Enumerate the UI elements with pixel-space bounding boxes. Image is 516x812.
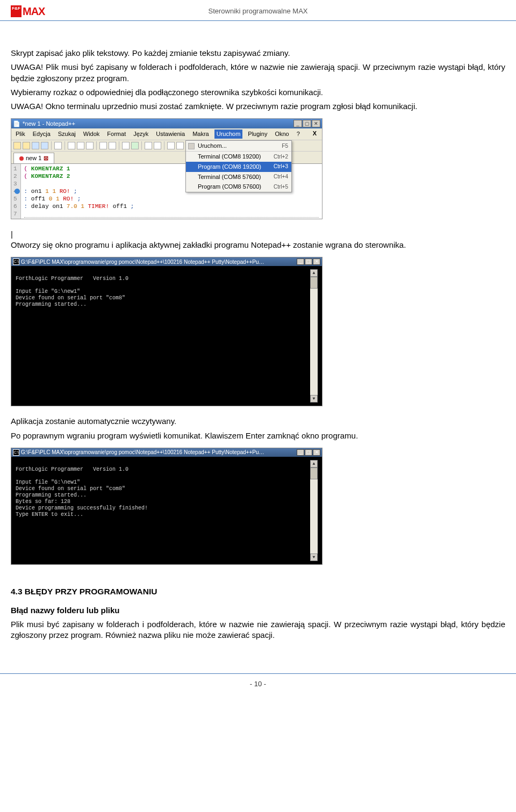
scroll-thumb[interactable] (310, 277, 318, 289)
menu-item-uruchom[interactable]: Uruchom... F5 (186, 141, 291, 151)
toolbar-cut-icon[interactable] (68, 142, 75, 149)
toolbar-print-icon[interactable] (54, 142, 62, 149)
toolbar-separator (51, 141, 52, 150)
menu-item-terminal-57600[interactable]: Terminal (COM8 57600) Ctrl+4 (186, 172, 291, 182)
toolbar-separator (141, 141, 142, 150)
menu-makra[interactable]: Makra (190, 130, 211, 139)
toolbar-new-icon[interactable] (13, 142, 21, 149)
toolbar-saveall-icon[interactable] (41, 142, 48, 149)
toolbar-separator (119, 141, 119, 150)
minimize-button[interactable]: _ (297, 449, 304, 456)
maximize-button[interactable]: ▢ (305, 258, 312, 265)
scroll-track[interactable] (310, 277, 318, 395)
scroll-down-icon[interactable]: ▼ (310, 554, 318, 561)
menu-item-label: Uruchom... (198, 142, 227, 150)
toolbar-open-icon[interactable] (23, 142, 30, 149)
toolbar-paste-icon[interactable] (86, 142, 94, 149)
body-paragraph: Skrypt zapisać jako plik tekstowy. Po ka… (11, 48, 505, 59)
menu-item-label: Program (COM8 19200) (198, 163, 261, 171)
toolbar-redo-icon[interactable] (109, 142, 116, 149)
maximize-button[interactable]: ▢ (305, 449, 312, 456)
toolbar-chars-icon[interactable] (176, 142, 184, 149)
close-button[interactable]: ✕ (313, 449, 320, 456)
menu-item-label: Terminal (COM8 57600) (198, 173, 261, 181)
window-titlebar: 📄 *new 1 - Notepad++ _ ▢ ✕ (11, 119, 322, 128)
maximize-button[interactable]: ▢ (303, 120, 311, 127)
close-button[interactable]: ✕ (313, 258, 320, 265)
minimize-button[interactable]: _ (297, 258, 304, 265)
scroll-up-icon[interactable]: ▲ (310, 460, 318, 468)
breakpoint-icon (15, 189, 20, 194)
console-titlebar: C:\ G:\F&F\PLC MAX\oprogramowanie\prog p… (11, 448, 322, 457)
body-paragraph: Wybieramy rozkaz o odpowiedniej dla podł… (11, 87, 505, 98)
menu-item-program-19200[interactable]: Program (COM8 19200) Ctrl+3 (186, 162, 291, 172)
menu-plik[interactable]: Plik (13, 130, 27, 139)
tab-close-icon[interactable]: ⊠ (44, 154, 48, 162)
scroll-up-icon[interactable]: ▲ (310, 269, 318, 277)
menu-jezyk[interactable]: Język (131, 130, 150, 139)
page-header: F&F MAX Sterowniki programowalne MAX (0, 0, 516, 21)
console-output: ForthLogic Programmer Version 1.0 Input … (16, 269, 310, 403)
logo-badge: F&F (11, 5, 22, 17)
editor-tab[interactable]: new 1 ⊠ (13, 153, 54, 163)
toolbar-copy-icon[interactable] (77, 142, 84, 149)
toolbar-wrap-icon[interactable] (167, 142, 175, 149)
menu-item-terminal-19200[interactable]: Terminal (COM8 19200) Ctrl+2 (186, 151, 291, 162)
tab-label: new 1 (26, 154, 41, 162)
menu-pluginy[interactable]: Pluginy (246, 130, 269, 139)
toolbar-find-icon[interactable] (122, 142, 130, 149)
toolbar-save-icon[interactable] (32, 142, 39, 149)
code-line (24, 210, 319, 218)
console-title: G:\F&F\PLC MAX\oprogramowanie\prog pomoc… (21, 258, 297, 266)
toolbar-undo-icon[interactable] (99, 142, 107, 149)
window-title: *new 1 - Notepad++ (20, 120, 293, 128)
toolbar-zoomin-icon[interactable] (145, 142, 152, 149)
tab-global-close-icon[interactable]: X (310, 130, 320, 139)
scrollbar[interactable]: ▲ ▼ (310, 460, 318, 561)
logo: F&F MAX (11, 4, 54, 18)
console-window: C:\ G:\F&F\PLC MAX\oprogramowanie\prog p… (11, 257, 322, 406)
body-paragraph: Plik musi być zapisany w folderach i pod… (11, 619, 505, 641)
menu-ustawienia[interactable]: Ustawienia (154, 130, 187, 139)
console-body[interactable]: ForthLogic Programmer Version 1.0 Input … (11, 266, 322, 406)
minimize-button[interactable]: _ (293, 120, 302, 127)
menu-item-program-57600[interactable]: Program (COM8 57600) Ctrl+5 (186, 182, 291, 192)
notepadpp-window: 📄 *new 1 - Notepad++ _ ▢ ✕ Plik Edycja S… (11, 118, 322, 219)
scroll-thumb[interactable] (310, 468, 318, 479)
menu-format[interactable]: Format (105, 130, 128, 139)
menu-item-label: Terminal (COM8 19200) (198, 153, 261, 161)
toolbar-zoomout-icon[interactable] (154, 142, 161, 149)
menu-okno[interactable]: Okno (273, 130, 291, 139)
menu-item-shortcut: Ctrl+5 (274, 183, 288, 191)
console-body[interactable]: ForthLogic Programmer Version 1.0 Input … (11, 457, 322, 564)
body-paragraph: Aplikacja zostanie automatycznie wczytyw… (11, 416, 505, 427)
page-number: - 10 - (250, 680, 266, 688)
subsection-heading: Błąd nazwy folderu lub pliku (11, 606, 120, 615)
code-line: : off1 0 1 RO! ; (24, 195, 319, 203)
uruchom-dropdown: Uruchom... F5 Terminal (COM8 19200) Ctrl… (185, 140, 292, 192)
menu-szukaj[interactable]: Szukaj (56, 130, 78, 139)
unsaved-indicator-icon (19, 156, 24, 161)
logo-text: MAX (23, 4, 45, 19)
scroll-track[interactable] (310, 468, 318, 554)
body-paragraph: Po poprawnym wgraniu program wyświetli k… (11, 430, 505, 441)
menu-item-shortcut: Ctrl+4 (274, 173, 288, 181)
scrollbar[interactable]: ▲ ▼ (310, 269, 318, 403)
menu-edycja[interactable]: Edycja (31, 130, 53, 139)
body-paragraph: UWAGA! Okno terminalu uprzednio musi zos… (11, 101, 505, 112)
toolbar-separator (164, 141, 164, 150)
close-button[interactable]: ✕ (312, 120, 320, 127)
console-window: C:\ G:\F&F\PLC MAX\oprogramowanie\prog p… (11, 448, 322, 565)
menu-item-shortcut: Ctrl+2 (274, 153, 288, 161)
toolbar-separator (96, 141, 97, 150)
scroll-down-icon[interactable]: ▼ (310, 395, 318, 403)
menu-help[interactable]: ? (295, 130, 302, 139)
menu-uruchom[interactable]: Uruchom (214, 130, 243, 139)
page-header-title: Sterowniki programowalne MAX (54, 6, 462, 16)
toolbar-macro-icon[interactable] (131, 142, 139, 149)
menu-item-shortcut: F5 (282, 142, 288, 150)
body-paragraph: UWAGA! Plik musi być zapisany w folderac… (11, 62, 505, 84)
toolbar: Uruchom... F5 Terminal (COM8 19200) Ctrl… (11, 140, 322, 152)
run-icon (188, 143, 195, 149)
menu-widok[interactable]: Widok (81, 130, 102, 139)
